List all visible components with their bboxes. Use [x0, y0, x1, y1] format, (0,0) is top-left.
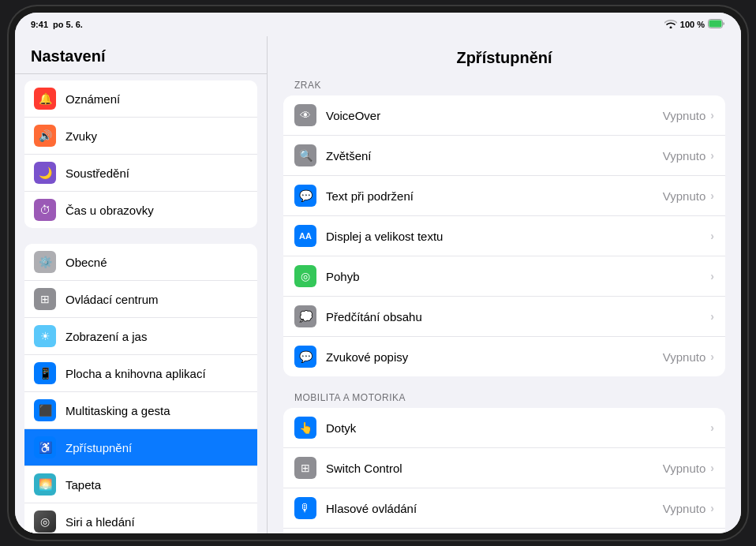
chevron-icon-dotyk: › [710, 421, 714, 434]
sidebar-label-cas: Čas u obrazovky [65, 204, 154, 217]
chevron-icon-displej-text: › [710, 230, 714, 242]
row-icon-text-podrzeni: 💬 [294, 185, 316, 207]
chevron-icon-switch-control: › [710, 462, 714, 474]
section-label-zrak: ZRAK [283, 80, 725, 91]
right-panel: Zpřístupnění ZRAK 👁 VoiceOver Vypnuto › … [268, 36, 741, 533]
sidebar-item-zobrazeni[interactable]: ☀ Zobrazení a jas [24, 318, 257, 355]
settings-row-pohyb[interactable]: ◎ Pohyb › [283, 256, 725, 297]
settings-row-zvukove-popisy[interactable]: 💬 Zvukové popisy Vypnuto › [283, 337, 725, 376]
sidebar-icon-zvuky: 🔊 [34, 125, 56, 147]
row-label-switch-control: Switch Control [326, 462, 663, 475]
row-icon-zvetseni: 🔍 [294, 144, 316, 166]
row-icon-zvukove-popisy: 💬 [294, 346, 316, 368]
top-settings-group: 🔔 Oznámení 🔊 Zvuky 🌙 Soustředění ⏱ Čas u… [24, 80, 257, 228]
sidebar-item-plocha[interactable]: 📱 Plocha a knihovna aplikací [24, 355, 257, 392]
sidebar-icon-obecne: ⚙️ [34, 251, 56, 273]
status-left: 9:41 po 5. 6. [31, 20, 83, 29]
sidebar-label-zobrazeni: Zobrazení a jas [65, 330, 147, 343]
chevron-icon-zvukove-popisy: › [710, 350, 714, 363]
sidebar-icon-siri: ◎ [34, 510, 56, 533]
sidebar-item-zpristupneni[interactable]: ♿ Zpřístupnění [24, 429, 257, 466]
settings-row-dotyk[interactable]: 👆 Dotyk › [283, 408, 725, 448]
row-icon-voiceover: 👁 [294, 104, 316, 126]
sidebar-icon-cas: ⏱ [34, 199, 56, 221]
settings-row-precteni[interactable]: 💭 Předčítání obsahu › [283, 297, 725, 337]
sidebar-label-tapeta: Tapeta [65, 478, 101, 492]
date: po 5. 6. [53, 20, 83, 29]
sidebar-item-ovl-centrum[interactable]: ⊞ Ovládací centrum [24, 281, 257, 318]
row-value-hlasove-ovl: Vypnuto [663, 502, 706, 515]
settings-row-voiceover[interactable]: 👁 VoiceOver Vypnuto › [283, 95, 725, 136]
sidebar-label-zvuky: Zvuky [65, 129, 97, 143]
sidebar-label-siri: Siri a hledání [65, 515, 135, 529]
battery-text: 100 % [680, 20, 705, 29]
row-label-text-podrzeni: Text při podržení [326, 189, 663, 203]
settings-row-horni-tlacitko[interactable]: ⬆ Horní tlačítko / Touch ID › [283, 529, 725, 533]
left-panel: Nastavení 🔔 Oznámení 🔊 Zvuky 🌙 Soustředě… [15, 36, 268, 533]
section-label-mobilita: MOBILITA A MOTORIKA [283, 392, 725, 403]
sidebar-item-tapeta[interactable]: 🌅 Tapeta [24, 466, 257, 503]
sidebar-icon-multitasking: ⬛ [34, 399, 56, 421]
sidebar-icon-plocha: 📱 [34, 362, 56, 384]
sidebar-label-oznameni: Oznámení [65, 92, 120, 106]
battery-icon [708, 19, 725, 30]
chevron-icon-precteni: › [710, 310, 714, 323]
time: 9:41 [31, 20, 48, 29]
settings-row-switch-control[interactable]: ⊞ Switch Control Vypnuto › [283, 448, 725, 488]
row-value-zvukove-popisy: Vypnuto [663, 350, 706, 364]
sidebar-item-oznameni[interactable]: 🔔 Oznámení [24, 80, 257, 118]
right-panel-title: Zpřístupnění [283, 49, 725, 67]
sidebar-icon-ovl-centrum: ⊞ [34, 288, 56, 310]
main-content: Nastavení 🔔 Oznámení 🔊 Zvuky 🌙 Soustředě… [15, 36, 741, 533]
sidebar-item-obecne[interactable]: ⚙️ Obecné [24, 244, 257, 281]
row-value-switch-control: Vypnuto [663, 462, 706, 475]
sidebar-item-cas[interactable]: ⏱ Čas u obrazovky [24, 192, 257, 228]
sidebar-icon-oznameni: 🔔 [34, 88, 56, 110]
row-label-hlasove-ovl: Hlasové ovládání [326, 502, 663, 515]
row-value-text-podrzeni: Vypnuto [663, 189, 706, 203]
mid-settings-group: ⚙️ Obecné ⊞ Ovládací centrum ☀ Zobrazení… [24, 244, 257, 533]
svg-rect-1 [709, 21, 722, 28]
left-panel-title: Nastavení [15, 36, 267, 74]
chevron-icon-voiceover: › [710, 109, 714, 122]
settings-row-text-podrzeni[interactable]: 💬 Text při podržení Vypnuto › [283, 176, 725, 216]
row-icon-dotyk: 👆 [294, 417, 316, 439]
sidebar-item-zvuky[interactable]: 🔊 Zvuky [24, 118, 257, 155]
ipad-frame: 9:41 po 5. 6. 100 % [15, 13, 741, 533]
wifi-icon [664, 19, 677, 30]
sidebar-icon-zobrazeni: ☀ [34, 325, 56, 347]
chevron-icon-hlasove-ovl: › [710, 502, 714, 514]
sidebar-label-zpristupneni: Zpřístupnění [65, 441, 132, 454]
sidebar-label-obecne: Obecné [65, 256, 107, 269]
sidebar-label-soustredeni: Soustředění [65, 166, 129, 180]
sidebar-label-ovl-centrum: Ovládací centrum [65, 293, 159, 306]
row-icon-pohyb: ◎ [294, 265, 316, 287]
settings-row-hlasove-ovl[interactable]: 🎙 Hlasové ovládání Vypnuto › [283, 488, 725, 529]
row-value-zvetseni: Vypnuto [663, 149, 706, 163]
row-label-displej-text: Displej a velikost textu [326, 230, 710, 243]
row-icon-hlasove-ovl: 🎙 [294, 497, 316, 519]
row-label-zvukove-popisy: Zvukové popisy [326, 350, 663, 364]
chevron-icon-zvetseni: › [710, 149, 714, 162]
settings-row-zvetseni[interactable]: 🔍 Zvětšení Vypnuto › [283, 136, 725, 176]
settings-row-displej-text[interactable]: AA Displej a velikost textu › [283, 216, 725, 256]
sidebar-icon-tapeta: 🌅 [34, 473, 56, 496]
chevron-icon-text-podrzeni: › [710, 189, 714, 202]
sidebar-item-soustredeni[interactable]: 🌙 Soustředění [24, 155, 257, 192]
sidebar-item-multitasking[interactable]: ⬛ Multitasking a gesta [24, 392, 257, 429]
row-icon-precteni: 💭 [294, 305, 316, 327]
settings-group-zrak: 👁 VoiceOver Vypnuto › 🔍 Zvětšení Vypnuto… [283, 95, 725, 376]
status-bar: 9:41 po 5. 6. 100 % [15, 13, 741, 36]
row-icon-switch-control: ⊞ [294, 457, 316, 479]
row-icon-displej-text: AA [294, 225, 316, 247]
settings-group-mobilita: 👆 Dotyk › ⊞ Switch Control Vypnuto › 🎙 H… [283, 408, 725, 533]
chevron-icon-pohyb: › [710, 270, 714, 282]
row-label-precteni: Předčítání obsahu [326, 310, 710, 323]
row-label-zvetseni: Zvětšení [326, 149, 663, 163]
sidebar-item-siri[interactable]: ◎ Siri a hledání [24, 503, 257, 533]
sidebar-icon-soustredeni: 🌙 [34, 162, 56, 184]
row-label-voiceover: VoiceOver [326, 109, 663, 122]
sidebar-label-plocha: Plocha a knihovna aplikací [65, 367, 206, 380]
row-label-dotyk: Dotyk [326, 421, 710, 435]
row-value-voiceover: Vypnuto [663, 109, 706, 122]
